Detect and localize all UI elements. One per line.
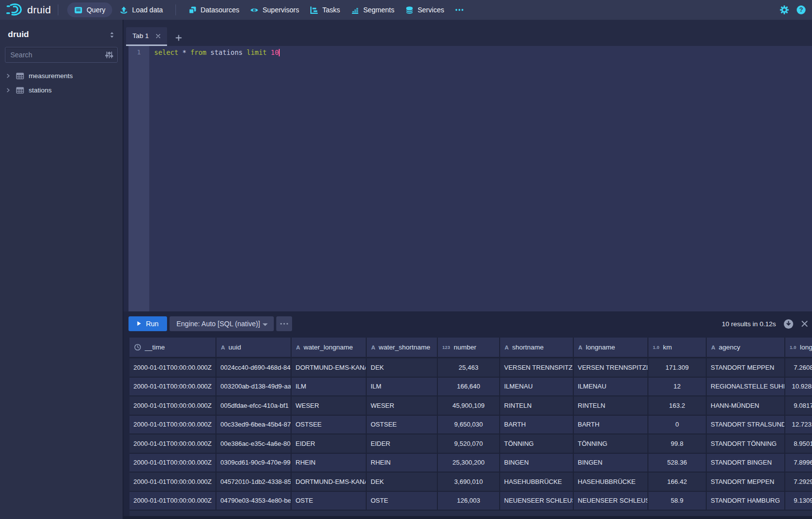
cell-agency: REGIONALSTELLE SUHL	[707, 378, 785, 396]
cell-number: 3,690,010	[438, 473, 500, 491]
text-cursor	[279, 49, 280, 56]
nav-item-datasources[interactable]: Datasources	[183, 0, 245, 20]
cell-number: 9,650,030	[438, 416, 500, 434]
schema-sidebar: druid measurementsstations	[0, 20, 123, 519]
results-grid: __timeAuuidAwater_longnameAwater_shortna…	[129, 338, 812, 516]
download-results-icon[interactable]	[783, 319, 794, 329]
more-dots-icon	[280, 323, 288, 325]
close-results-icon[interactable]	[801, 320, 808, 327]
load-data-icon	[120, 6, 128, 14]
run-bar: Run Engine: Auto [SQL (native)] 10 resul…	[123, 311, 812, 336]
cell-shortname: VERSEN TRENNSPITZE	[500, 358, 574, 377]
druid-logo-icon	[6, 3, 23, 17]
new-tab-plus-icon[interactable]	[175, 34, 182, 42]
cell-number: 126,003	[438, 492, 500, 510]
string-type-icon: A	[711, 345, 715, 350]
column-header-number[interactable]: 123number	[438, 338, 500, 357]
column-header-longitude[interactable]: 1.0longitude	[785, 338, 812, 357]
cell-agency: STANDORT STRALSUND	[707, 416, 785, 434]
column-header-label: uuid	[228, 344, 241, 351]
column-header-shortname[interactable]: Ashortname	[500, 338, 574, 357]
druid-logo[interactable]: druid	[6, 3, 51, 17]
tasks-icon	[310, 6, 318, 14]
sql-code-line[interactable]: select * from stations limit 10	[154, 46, 812, 311]
column-header-label: longname	[586, 344, 615, 351]
table-row: 2000-01-01T00:00:00.000Z00e386ac-e35c-4a…	[129, 434, 812, 454]
help-icon[interactable]: ?	[796, 5, 806, 15]
chevron-right-icon[interactable]	[5, 73, 11, 79]
column-header-water-shortname[interactable]: Awater_shortname	[367, 338, 438, 357]
cell-longitude: 12.723220	[785, 416, 812, 434]
cell-longname: TÖNNING	[574, 434, 648, 453]
cell-shortname: BINGEN	[500, 454, 574, 472]
cell-agency: STANDORT MEPPEN	[707, 473, 785, 491]
gear-icon[interactable]	[779, 5, 789, 15]
nav-item-services[interactable]: Services	[400, 0, 450, 20]
sql-token	[267, 48, 271, 56]
search-input[interactable]	[5, 51, 101, 59]
sql-token: limit	[247, 48, 267, 56]
cell-shortname: ILMENAU	[500, 378, 574, 396]
sql-token: stations	[211, 48, 243, 56]
nav-item-more[interactable]	[450, 0, 469, 20]
table-row: 2000-01-01T00:00:00.000Z003200ab-d138-49…	[129, 378, 812, 397]
cell-km: 12	[648, 378, 707, 396]
cell-uuid: 04572010-1db2-4338-85	[216, 473, 292, 491]
table-row-partial	[129, 511, 812, 516]
nav-item-query[interactable]: Query	[67, 2, 112, 17]
nav-item-tasks[interactable]: Tasks	[304, 0, 345, 20]
segments-icon	[351, 6, 359, 14]
cell-time: 2000-01-01T00:00:00.000Z	[129, 454, 216, 472]
horizontal-scrollbar[interactable]	[124, 516, 812, 519]
caret-down-icon	[262, 320, 268, 328]
column-header-label: water_shortname	[379, 344, 430, 351]
tab-label: Tab 1	[132, 32, 149, 40]
cell-water-longname: RHEIN	[292, 454, 367, 472]
column-header-time[interactable]: __time	[129, 338, 216, 357]
filter-sliders-icon[interactable]	[101, 51, 117, 59]
nav-items: QueryLoad dataDatasourcesSupervisorsTask…	[65, 0, 469, 20]
column-header-water-longname[interactable]: Awater_longname	[292, 338, 367, 357]
time-icon	[134, 344, 141, 351]
nav-item-label: Services	[418, 6, 444, 14]
run-button[interactable]: Run	[128, 316, 167, 331]
nav-item-load-data[interactable]: Load data	[114, 0, 168, 20]
query-more-button[interactable]	[276, 316, 292, 331]
column-header-uuid[interactable]: Auuid	[216, 338, 292, 357]
sql-token	[178, 48, 182, 56]
nav-item-supervisors[interactable]: Supervisors	[245, 0, 304, 20]
column-header-label: km	[663, 344, 672, 351]
number-type-icon: 123	[442, 345, 450, 350]
results-panel: __timeAuuidAwater_longnameAwater_shortna…	[124, 336, 812, 519]
cell-km: 99.8	[648, 434, 707, 453]
cell-shortname: HASEHUBBRÜCKE	[500, 473, 574, 491]
column-header-agency[interactable]: Aagency	[707, 338, 785, 357]
cell-uuid: 0024cc40-d690-468d-84	[216, 358, 292, 377]
more-icon	[455, 8, 464, 11]
sql-token: select	[154, 48, 178, 56]
column-header-km[interactable]: 1.0km	[648, 338, 707, 357]
sql-editor[interactable]: 1 select * from stations limit 10	[123, 46, 812, 311]
cell-number: 9,520,070	[438, 434, 500, 453]
query-icon	[74, 6, 83, 14]
tree-item-measurements[interactable]: measurements	[0, 69, 123, 83]
nav-item-label: Segments	[363, 6, 394, 14]
editor-gutter: 1	[128, 46, 149, 311]
sql-token	[207, 48, 211, 56]
cell-water-shortname: DEK	[367, 358, 438, 377]
sql-token: *	[182, 48, 186, 56]
column-header-longname[interactable]: Alongname	[574, 338, 648, 357]
query-tab[interactable]: Tab 1	[126, 27, 167, 46]
nav-item-segments[interactable]: Segments	[345, 0, 400, 20]
datasource-tree: measurementsstations	[0, 69, 123, 97]
string-type-icon: A	[505, 345, 509, 350]
chevron-right-icon[interactable]	[5, 87, 11, 93]
double-caret-vertical-icon[interactable]	[108, 31, 116, 39]
engine-select-button[interactable]: Engine: Auto [SQL (native)]	[170, 316, 274, 331]
decimal-type-icon: 1.0	[790, 345, 796, 350]
table-row: 2000-01-01T00:00:00.000Z0024cc40-d690-46…	[129, 358, 812, 378]
close-tab-icon[interactable]	[156, 34, 161, 39]
tree-item-stations[interactable]: stations	[0, 83, 123, 97]
cell-km: 166.42	[648, 473, 707, 491]
cell-shortname: TÖNNING	[500, 434, 574, 453]
